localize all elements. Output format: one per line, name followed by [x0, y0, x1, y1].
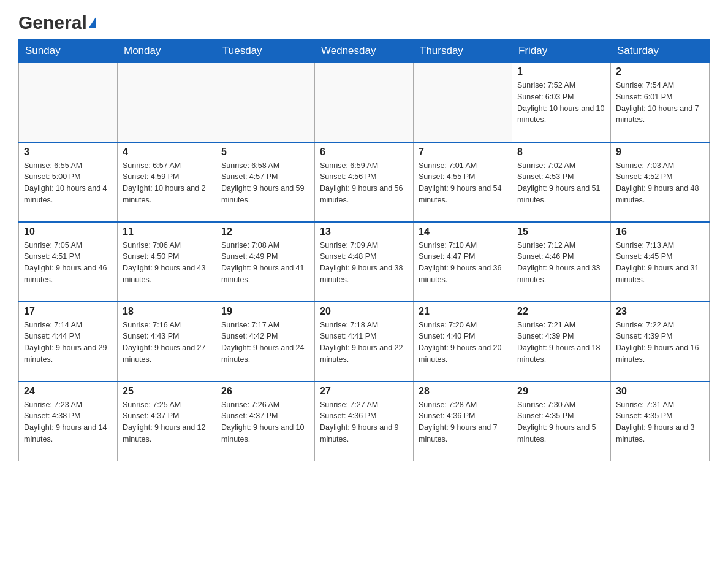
day-info: Sunrise: 7:17 AMSunset: 4:42 PMDaylight:… [221, 320, 309, 366]
day-number: 22 [517, 306, 605, 317]
weekday-header-monday: Monday [118, 40, 216, 63]
weekday-header-saturday: Saturday [611, 40, 710, 63]
day-number: 25 [123, 386, 211, 397]
calendar-cell: 3Sunrise: 6:55 AMSunset: 5:00 PMDaylight… [19, 142, 118, 222]
day-info: Sunrise: 7:52 AMSunset: 6:03 PMDaylight:… [517, 80, 605, 126]
day-info: Sunrise: 7:27 AMSunset: 4:36 PMDaylight:… [320, 399, 408, 445]
calendar-cell: 4Sunrise: 6:57 AMSunset: 4:59 PMDaylight… [118, 142, 216, 222]
weekday-header-sunday: Sunday [19, 40, 118, 63]
day-info: Sunrise: 7:03 AMSunset: 4:52 PMDaylight:… [616, 160, 704, 206]
calendar-week-row: 1Sunrise: 7:52 AMSunset: 6:03 PMDaylight… [19, 63, 710, 142]
calendar-week-row: 3Sunrise: 6:55 AMSunset: 5:00 PMDaylight… [19, 142, 710, 222]
day-number: 14 [419, 226, 507, 237]
calendar-cell [315, 63, 414, 142]
day-number: 19 [221, 306, 309, 317]
day-number: 24 [24, 386, 112, 397]
day-number: 2 [616, 66, 704, 77]
day-number: 28 [419, 386, 507, 397]
calendar-cell: 22Sunrise: 7:21 AMSunset: 4:39 PMDayligh… [512, 302, 611, 381]
weekday-header-wednesday: Wednesday [315, 40, 414, 63]
calendar-week-row: 17Sunrise: 7:14 AMSunset: 4:44 PMDayligh… [19, 302, 710, 381]
weekday-header-tuesday: Tuesday [216, 40, 315, 63]
calendar-cell: 23Sunrise: 7:22 AMSunset: 4:39 PMDayligh… [611, 302, 710, 381]
calendar-cell: 21Sunrise: 7:20 AMSunset: 4:40 PMDayligh… [414, 302, 512, 381]
day-number: 15 [517, 226, 605, 237]
day-info: Sunrise: 7:21 AMSunset: 4:39 PMDaylight:… [517, 320, 605, 366]
calendar-cell: 9Sunrise: 7:03 AMSunset: 4:52 PMDaylight… [611, 142, 710, 222]
calendar-header-row: SundayMondayTuesdayWednesdayThursdayFrid… [19, 40, 710, 63]
day-info: Sunrise: 7:54 AMSunset: 6:01 PMDaylight:… [616, 80, 704, 126]
day-info: Sunrise: 6:59 AMSunset: 4:56 PMDaylight:… [320, 160, 408, 206]
calendar-cell: 14Sunrise: 7:10 AMSunset: 4:47 PMDayligh… [414, 222, 512, 302]
day-number: 11 [123, 226, 211, 237]
day-info: Sunrise: 7:28 AMSunset: 4:36 PMDaylight:… [419, 399, 507, 445]
day-number: 27 [320, 386, 408, 397]
day-number: 9 [616, 147, 704, 158]
day-number: 5 [221, 147, 309, 158]
logo-triangle-icon [89, 17, 96, 28]
day-info: Sunrise: 7:02 AMSunset: 4:53 PMDaylight:… [517, 160, 605, 206]
day-number: 30 [616, 386, 704, 397]
calendar-cell [19, 63, 118, 142]
calendar-cell: 27Sunrise: 7:27 AMSunset: 4:36 PMDayligh… [315, 381, 414, 461]
day-info: Sunrise: 6:58 AMSunset: 4:57 PMDaylight:… [221, 160, 309, 206]
day-info: Sunrise: 7:31 AMSunset: 4:35 PMDaylight:… [616, 399, 704, 445]
day-info: Sunrise: 7:09 AMSunset: 4:48 PMDaylight:… [320, 240, 408, 286]
day-info: Sunrise: 7:05 AMSunset: 4:51 PMDaylight:… [24, 240, 112, 286]
day-info: Sunrise: 7:20 AMSunset: 4:40 PMDaylight:… [419, 320, 507, 366]
day-number: 29 [517, 386, 605, 397]
day-number: 16 [616, 226, 704, 237]
weekday-header-thursday: Thursday [414, 40, 512, 63]
day-number: 23 [616, 306, 704, 317]
day-number: 20 [320, 306, 408, 317]
day-number: 13 [320, 226, 408, 237]
calendar-cell: 5Sunrise: 6:58 AMSunset: 4:57 PMDaylight… [216, 142, 315, 222]
calendar-cell: 7Sunrise: 7:01 AMSunset: 4:55 PMDaylight… [414, 142, 512, 222]
day-info: Sunrise: 7:12 AMSunset: 4:46 PMDaylight:… [517, 240, 605, 286]
calendar-week-row: 24Sunrise: 7:23 AMSunset: 4:38 PMDayligh… [19, 381, 710, 461]
day-info: Sunrise: 7:26 AMSunset: 4:37 PMDaylight:… [221, 399, 309, 445]
calendar-cell: 26Sunrise: 7:26 AMSunset: 4:37 PMDayligh… [216, 381, 315, 461]
day-number: 12 [221, 226, 309, 237]
logo-general: General [18, 12, 87, 33]
calendar-cell: 12Sunrise: 7:08 AMSunset: 4:49 PMDayligh… [216, 222, 315, 302]
weekday-header-friday: Friday [512, 40, 611, 63]
day-number: 17 [24, 306, 112, 317]
calendar-cell: 10Sunrise: 7:05 AMSunset: 4:51 PMDayligh… [19, 222, 118, 302]
calendar-cell: 1Sunrise: 7:52 AMSunset: 6:03 PMDaylight… [512, 63, 611, 142]
day-number: 8 [517, 147, 605, 158]
calendar-cell: 19Sunrise: 7:17 AMSunset: 4:42 PMDayligh… [216, 302, 315, 381]
calendar-cell: 6Sunrise: 6:59 AMSunset: 4:56 PMDaylight… [315, 142, 414, 222]
day-info: Sunrise: 6:55 AMSunset: 5:00 PMDaylight:… [24, 160, 112, 206]
page-header: General [18, 12, 710, 33]
calendar-cell: 8Sunrise: 7:02 AMSunset: 4:53 PMDaylight… [512, 142, 611, 222]
day-info: Sunrise: 6:57 AMSunset: 4:59 PMDaylight:… [123, 160, 211, 206]
day-number: 6 [320, 147, 408, 158]
day-number: 7 [419, 147, 507, 158]
day-info: Sunrise: 7:22 AMSunset: 4:39 PMDaylight:… [616, 320, 704, 366]
day-info: Sunrise: 7:06 AMSunset: 4:50 PMDaylight:… [123, 240, 211, 286]
day-number: 10 [24, 226, 112, 237]
day-number: 4 [123, 147, 211, 158]
day-info: Sunrise: 7:30 AMSunset: 4:35 PMDaylight:… [517, 399, 605, 445]
calendar-cell: 30Sunrise: 7:31 AMSunset: 4:35 PMDayligh… [611, 381, 710, 461]
day-number: 21 [419, 306, 507, 317]
calendar-cell [216, 63, 315, 142]
day-info: Sunrise: 7:18 AMSunset: 4:41 PMDaylight:… [320, 320, 408, 366]
day-number: 26 [221, 386, 309, 397]
day-number: 18 [123, 306, 211, 317]
day-number: 3 [24, 147, 112, 158]
day-number: 1 [517, 66, 605, 77]
calendar-week-row: 10Sunrise: 7:05 AMSunset: 4:51 PMDayligh… [19, 222, 710, 302]
calendar-cell: 13Sunrise: 7:09 AMSunset: 4:48 PMDayligh… [315, 222, 414, 302]
day-info: Sunrise: 7:14 AMSunset: 4:44 PMDaylight:… [24, 320, 112, 366]
calendar-cell: 18Sunrise: 7:16 AMSunset: 4:43 PMDayligh… [118, 302, 216, 381]
calendar-cell: 20Sunrise: 7:18 AMSunset: 4:41 PMDayligh… [315, 302, 414, 381]
logo: General [18, 12, 96, 33]
day-info: Sunrise: 7:01 AMSunset: 4:55 PMDaylight:… [419, 160, 507, 206]
calendar-cell: 11Sunrise: 7:06 AMSunset: 4:50 PMDayligh… [118, 222, 216, 302]
calendar-cell: 15Sunrise: 7:12 AMSunset: 4:46 PMDayligh… [512, 222, 611, 302]
calendar-cell: 29Sunrise: 7:30 AMSunset: 4:35 PMDayligh… [512, 381, 611, 461]
day-info: Sunrise: 7:25 AMSunset: 4:37 PMDaylight:… [123, 399, 211, 445]
calendar-cell [414, 63, 512, 142]
